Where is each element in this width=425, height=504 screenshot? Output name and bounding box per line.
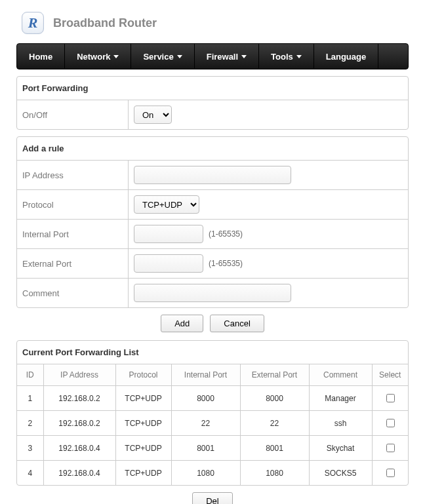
cell-ip: 192.168.0.4: [43, 436, 115, 461]
chevron-down-icon: [177, 55, 182, 58]
port-forwarding-panel: Port Forwarding On/Off On: [16, 76, 409, 130]
add-rule-title: Add a rule: [17, 137, 408, 161]
cancel-button[interactable]: Cancel: [210, 315, 264, 332]
nav-item-language[interactable]: Language: [314, 44, 378, 69]
logo-icon: R: [22, 12, 44, 34]
onoff-label: On/Off: [17, 100, 129, 129]
protocol-select[interactable]: TCP+UDP: [134, 195, 199, 214]
col-ip: IP Address: [43, 364, 115, 386]
nav-item-firewall[interactable]: Firewall: [195, 44, 259, 69]
add-rule-panel: Add a rule IP Address Protocol TCP+UDP I…: [16, 136, 409, 308]
chevron-down-icon: [296, 55, 302, 58]
external-port-hint: (1-65535): [209, 259, 243, 268]
ip-label: IP Address: [17, 161, 129, 189]
cell-internal: 8001: [171, 436, 240, 461]
port-forwarding-title: Port Forwarding: [17, 77, 408, 100]
cell-protocol: TCP+UDP: [115, 411, 171, 436]
external-port-label: External Port: [17, 249, 129, 278]
cell-external: 8000: [240, 386, 309, 411]
cell-id: 3: [17, 436, 43, 461]
main-nav: HomeNetworkServiceFirewallToolsLanguage: [16, 43, 409, 69]
page-header: R Broadband Router: [16, 0, 409, 43]
internal-port-label: Internal Port: [17, 220, 129, 248]
cell-comment: SOCKS5: [309, 461, 372, 486]
cell-id: 1: [17, 386, 43, 411]
cell-comment: Skychat: [309, 436, 372, 461]
onoff-select[interactable]: On: [134, 106, 172, 124]
nav-item-tools[interactable]: Tools: [259, 44, 314, 69]
col-internal: Internal Port: [171, 364, 240, 386]
cell-ip: 192.168.0.4: [43, 461, 115, 486]
nav-item-home[interactable]: Home: [17, 44, 65, 69]
internal-port-input[interactable]: [134, 225, 203, 243]
table-row: 3192.168.0.4TCP+UDP80018001Skychat: [17, 436, 408, 461]
cell-select: [372, 436, 408, 461]
select-checkbox[interactable]: [386, 394, 395, 402]
forwarding-list-title: Current Port Forwarding List: [17, 341, 408, 364]
cell-comment: Manager: [309, 386, 372, 411]
cell-comment: ssh: [309, 411, 372, 436]
cell-internal: 22: [171, 411, 240, 436]
forwarding-table: ID IP Address Protocol Internal Port Ext…: [17, 364, 408, 485]
col-select: Select: [372, 364, 408, 386]
col-id: ID: [17, 364, 43, 386]
nav-item-network[interactable]: Network: [65, 44, 131, 69]
chevron-down-icon: [241, 55, 247, 58]
cell-id: 4: [17, 461, 43, 486]
select-checkbox[interactable]: [386, 444, 395, 452]
col-comment: Comment: [309, 364, 372, 386]
nav-item-service[interactable]: Service: [131, 44, 194, 69]
cell-internal: 1080: [171, 461, 240, 486]
cell-external: 1080: [240, 461, 309, 486]
select-checkbox[interactable]: [386, 469, 395, 477]
internal-port-hint: (1-65535): [209, 229, 243, 239]
cell-external: 22: [240, 411, 309, 436]
page-title: Broadband Router: [53, 16, 157, 30]
cell-protocol: TCP+UDP: [115, 436, 171, 461]
cell-select: [372, 411, 408, 436]
cell-ip: 192.168.0.2: [43, 411, 115, 436]
protocol-label: Protocol: [17, 190, 129, 219]
cell-select: [372, 461, 408, 486]
del-button[interactable]: Del: [192, 492, 233, 504]
forwarding-list-panel: Current Port Forwarding List ID IP Addre…: [16, 340, 409, 486]
comment-input[interactable]: [134, 284, 291, 302]
external-port-input[interactable]: [134, 254, 203, 273]
cell-internal: 8000: [171, 386, 240, 411]
comment-label: Comment: [17, 279, 129, 307]
table-row: 2192.168.0.2TCP+UDP2222ssh: [17, 411, 408, 436]
cell-ip: 192.168.0.2: [43, 386, 115, 411]
ip-input[interactable]: [134, 166, 291, 184]
col-external: External Port: [240, 364, 309, 386]
chevron-down-icon: [113, 55, 119, 58]
cell-id: 2: [17, 411, 43, 436]
cell-select: [372, 386, 408, 411]
select-checkbox[interactable]: [386, 419, 395, 427]
table-row: 4192.168.0.4TCP+UDP10801080SOCKS5: [17, 461, 408, 486]
col-protocol: Protocol: [115, 364, 171, 386]
table-row: 1192.168.0.2TCP+UDP80008000Manager: [17, 386, 408, 411]
add-button[interactable]: Add: [161, 315, 203, 332]
cell-protocol: TCP+UDP: [115, 461, 171, 486]
cell-protocol: TCP+UDP: [115, 386, 171, 411]
cell-external: 8001: [240, 436, 309, 461]
